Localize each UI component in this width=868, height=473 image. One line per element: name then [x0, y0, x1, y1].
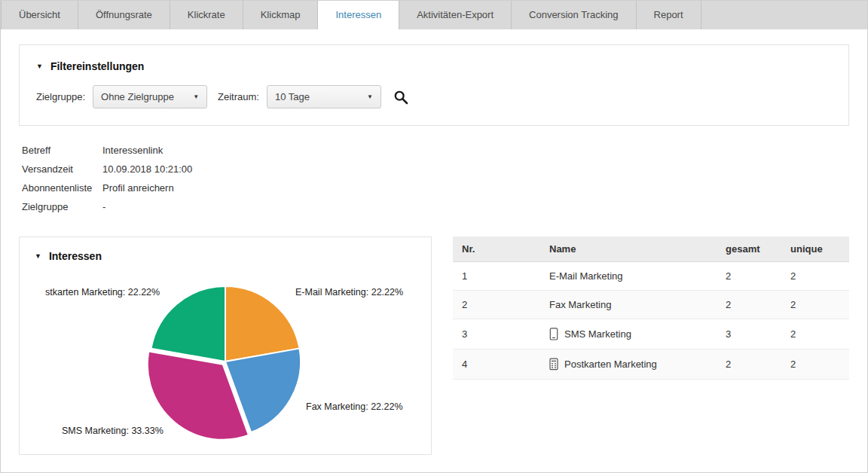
pie-label-fax: Fax Marketing: 22.22% — [306, 401, 403, 412]
cell-name: Postkarten Marketing — [540, 349, 717, 380]
detail-label: Zielgruppe — [22, 197, 102, 216]
interests-pie-chart[interactable] — [135, 271, 316, 452]
cell-nr: 3 — [453, 319, 540, 349]
zeitraum-label: Zeitraum: — [218, 91, 259, 102]
detail-row-betreff: Betreff Interessenlink — [22, 141, 846, 160]
bottom-section: ▼ Interessen stkarten Marketing: 22.22% … — [19, 236, 849, 455]
table-row: 2 Fax Marketing 2 2 — [453, 291, 849, 319]
collapse-icon[interactable]: ▼ — [36, 63, 43, 70]
collapse-icon[interactable]: ▼ — [35, 252, 41, 260]
table-row: 1 E-Mail Marketing 2 2 — [453, 262, 849, 291]
pie-label-email: E-Mail Marketing: 22.22% — [295, 287, 403, 298]
zielgruppe-dropdown[interactable]: Ohne Zielgruppe ▼ — [93, 85, 207, 108]
cell-gesamt: 2 — [717, 262, 781, 291]
main-content: ▼ Filtereinstellungen Zielgruppe: Ohne Z… — [1, 29, 867, 455]
cell-unique: 2 — [781, 291, 849, 319]
interessen-panel-title: ▼ Interessen — [35, 250, 416, 262]
interessen-title-text: Interessen — [49, 250, 102, 262]
cell-unique: 2 — [781, 262, 849, 291]
cell-unique: 2 — [781, 319, 849, 349]
postcard-icon — [549, 358, 558, 371]
cell-nr: 2 — [453, 291, 540, 319]
interessen-panel: ▼ Interessen stkarten Marketing: 22.22% … — [19, 236, 432, 455]
pie-slice-postkarten-marketing[interactable] — [151, 286, 225, 362]
detail-label: Versandzeit — [22, 160, 102, 179]
filter-panel: ▼ Filtereinstellungen Zielgruppe: Ohne Z… — [19, 44, 849, 126]
tabbar-filler — [701, 1, 867, 29]
header-name: Name — [540, 236, 717, 262]
detail-value: Interessenlink — [102, 141, 163, 160]
cell-gesamt: 2 — [717, 291, 781, 319]
tab-klickmap[interactable]: Klickmap — [243, 1, 319, 29]
page: Übersicht Öffnungsrate Klickrate Klickma… — [0, 0, 868, 473]
cell-gesamt: 2 — [717, 349, 781, 380]
mailing-details: Betreff Interessenlink Versandzeit 10.09… — [22, 141, 846, 216]
cell-nr: 1 — [453, 262, 540, 291]
pie-label-sms: SMS Marketing: 33.33% — [62, 426, 164, 436]
tab-aktivitaeten-export[interactable]: Aktivitäten-Export — [399, 1, 512, 29]
header-gesamt: gesamt — [717, 236, 781, 262]
zielgruppe-dropdown-value: Ohne Zielgruppe — [101, 91, 174, 102]
header-nr: Nr. — [453, 236, 540, 262]
header-unique: unique — [781, 236, 849, 262]
cell-name: E-Mail Marketing — [540, 262, 717, 291]
table-header-row: Nr. Name gesamt unique — [453, 236, 849, 262]
mobile-phone-icon — [549, 328, 558, 340]
search-icon[interactable] — [393, 90, 408, 105]
table-row: 4 — [453, 349, 849, 380]
filter-controls: Zielgruppe: Ohne Zielgruppe ▼ Zeitraum: … — [36, 85, 832, 108]
detail-row-abonnentenliste: Abonnentenliste Profil anreichern — [22, 179, 846, 197]
detail-value: - — [102, 197, 105, 216]
pie-label-postkarten: stkarten Marketing: 22.22% — [45, 287, 160, 298]
zeitraum-dropdown-value: 10 Tage — [275, 91, 310, 102]
cell-name: SMS Marketing — [540, 319, 717, 349]
detail-row-zielgruppe: Zielgruppe - — [22, 197, 846, 216]
detail-value: 10.09.2018 10:21:00 — [102, 160, 192, 179]
chevron-down-icon: ▼ — [367, 93, 373, 100]
zeitraum-dropdown[interactable]: 10 Tage ▼ — [267, 85, 381, 108]
tab-conversion-tracking[interactable]: Conversion Tracking — [512, 1, 637, 29]
tab-oeffnungsrate[interactable]: Öffnungsrate — [78, 1, 170, 29]
filter-title-text: Filtereinstellungen — [50, 60, 144, 72]
chevron-down-icon: ▼ — [193, 93, 199, 100]
zielgruppe-label: Zielgruppe: — [36, 91, 85, 102]
detail-row-versandzeit: Versandzeit 10.09.2018 10:21:00 — [22, 160, 846, 179]
interests-table: Nr. Name gesamt unique 1 E-Mail Marketin… — [453, 236, 849, 380]
cell-nr: 4 — [453, 349, 540, 380]
cell-gesamt: 3 — [717, 319, 781, 349]
detail-value: Profil anreichern — [102, 179, 174, 197]
tab-uebersicht[interactable]: Übersicht — [1, 1, 78, 29]
detail-label: Betreff — [22, 141, 102, 160]
filter-panel-title: ▼ Filtereinstellungen — [36, 60, 832, 72]
tab-klickrate[interactable]: Klickrate — [170, 1, 243, 29]
tab-interessen[interactable]: Interessen — [318, 1, 399, 29]
table-row: 3 SMS Marketing — [453, 319, 849, 349]
cell-name: Fax Marketing — [540, 291, 717, 319]
tab-bar: Übersicht Öffnungsrate Klickrate Klickma… — [1, 1, 867, 29]
cell-unique: 2 — [781, 349, 849, 380]
detail-label: Abonnentenliste — [22, 179, 102, 197]
tab-report[interactable]: Report — [637, 1, 701, 29]
